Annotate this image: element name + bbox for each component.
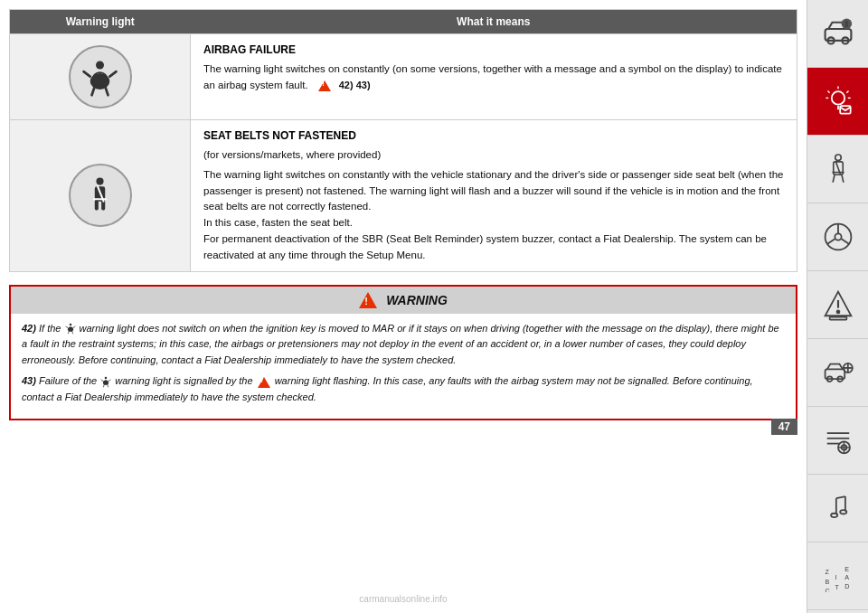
sidebar: i bbox=[807, 0, 868, 613]
svg-point-40 bbox=[835, 155, 841, 161]
sidebar-item-warning-light[interactable] bbox=[807, 68, 868, 136]
settings-icon bbox=[822, 424, 854, 457]
svg-point-20 bbox=[105, 376, 108, 379]
warning-table: Warning light What it means bbox=[9, 9, 797, 272]
note42-airbag-icon bbox=[64, 323, 77, 335]
svg-line-45 bbox=[841, 174, 843, 183]
svg-point-7 bbox=[96, 177, 103, 184]
airbag-icon-cell bbox=[10, 34, 191, 120]
warning-triangle-inline bbox=[318, 80, 331, 91]
seatbelt-nav-icon bbox=[822, 153, 854, 185]
seatbelt-icon-circle bbox=[69, 164, 132, 227]
alphabet-icon: Z E B I A C D T bbox=[822, 560, 854, 592]
airbag-body: The warning light switches on constantly… bbox=[203, 61, 784, 94]
seatbelt-subtitle: (for versions/markets, where provided) bbox=[203, 147, 784, 164]
svg-line-2 bbox=[84, 71, 90, 76]
svg-line-50 bbox=[841, 239, 849, 244]
airbag-icon-circle bbox=[69, 45, 132, 108]
svg-line-18 bbox=[68, 331, 69, 334]
svg-text:Z: Z bbox=[825, 568, 829, 576]
main-content: Warning light What it means bbox=[0, 0, 807, 613]
car-info-icon: i bbox=[822, 17, 854, 50]
sidebar-item-car-tools[interactable] bbox=[807, 339, 868, 407]
sidebar-item-steering[interactable] bbox=[807, 203, 868, 271]
svg-line-17 bbox=[73, 326, 75, 328]
svg-line-23 bbox=[101, 380, 103, 382]
sidebar-item-seatbelt[interactable] bbox=[807, 136, 868, 203]
page-number: 47 bbox=[771, 419, 797, 435]
seatbelt-icon bbox=[80, 175, 120, 216]
svg-text:E: E bbox=[844, 565, 849, 573]
col2-header: What it means bbox=[191, 10, 797, 34]
airbag-title: AIRBAG FAILURE bbox=[203, 42, 784, 58]
svg-point-47 bbox=[835, 233, 841, 240]
warning-note43: 43) Failure of the warning light is sign… bbox=[22, 373, 785, 405]
svg-line-25 bbox=[104, 384, 105, 387]
svg-text:A: A bbox=[844, 573, 849, 581]
svg-point-71 bbox=[831, 514, 837, 517]
svg-text:i: i bbox=[845, 20, 847, 28]
note43-triangle bbox=[258, 377, 270, 388]
seatbelt-body1: The warning light switches on constantly… bbox=[203, 167, 784, 215]
svg-text:T: T bbox=[835, 583, 839, 591]
watermark: carmanualsonline.info bbox=[9, 590, 797, 604]
svg-rect-9 bbox=[95, 200, 99, 210]
svg-line-24 bbox=[108, 380, 110, 382]
warning-content: 42) If the warning light does not switch… bbox=[11, 314, 796, 419]
svg-text:D: D bbox=[844, 582, 849, 590]
navigation-icon bbox=[822, 492, 854, 524]
seatbelt-title: SEAT BELTS NOT FASTENED bbox=[203, 127, 784, 144]
sidebar-item-navigation[interactable] bbox=[807, 475, 868, 542]
seatbelt-body3: For permanent deactivation of the SBR (S… bbox=[203, 231, 784, 264]
svg-line-49 bbox=[826, 239, 835, 244]
svg-line-5 bbox=[92, 88, 95, 95]
note43-airbag-icon bbox=[99, 376, 112, 389]
warning-box: WARNING 42) If the warning light does no… bbox=[9, 285, 797, 420]
svg-text:I: I bbox=[835, 573, 836, 581]
svg-rect-54 bbox=[829, 317, 846, 320]
svg-text:C: C bbox=[825, 587, 829, 592]
seatbelt-text-cell: SEAT BELTS NOT FASTENED (for versions/ma… bbox=[191, 120, 797, 272]
svg-line-44 bbox=[833, 174, 835, 183]
svg-point-32 bbox=[831, 91, 844, 104]
svg-point-53 bbox=[836, 310, 839, 313]
seatbelt-body2: In this case, fasten the seat belt. bbox=[203, 215, 784, 231]
svg-line-6 bbox=[106, 88, 108, 95]
sidebar-item-alphabet[interactable]: Z E B I A C D T bbox=[807, 542, 868, 610]
road-icon bbox=[822, 288, 854, 321]
warning-light-icon bbox=[822, 85, 854, 118]
seatbelt-icon-cell bbox=[10, 120, 191, 272]
svg-line-36 bbox=[827, 90, 829, 92]
warning-note42: 42) If the warning light does not switch… bbox=[22, 321, 785, 369]
svg-text:B: B bbox=[825, 578, 829, 586]
svg-line-35 bbox=[846, 90, 848, 92]
svg-line-16 bbox=[65, 326, 67, 328]
sidebar-item-car-info[interactable]: i bbox=[807, 0, 868, 68]
warning-header: WARNING bbox=[11, 287, 796, 314]
table-row: AIRBAG FAILURE The warning light switche… bbox=[10, 34, 797, 120]
airbag-text-cell: AIRBAG FAILURE The warning light switche… bbox=[191, 34, 797, 120]
svg-line-3 bbox=[109, 71, 116, 76]
svg-point-72 bbox=[840, 510, 846, 514]
svg-point-13 bbox=[69, 324, 71, 326]
car-tools-icon bbox=[822, 356, 854, 389]
table-row: SEAT BELTS NOT FASTENED (for versions/ma… bbox=[10, 120, 797, 272]
svg-point-0 bbox=[96, 61, 104, 69]
sidebar-item-road[interactable] bbox=[807, 271, 868, 339]
col1-header: Warning light bbox=[10, 10, 191, 34]
airbag-icon bbox=[80, 57, 120, 98]
svg-line-69 bbox=[835, 496, 844, 498]
svg-line-26 bbox=[108, 384, 108, 387]
steering-icon bbox=[822, 221, 854, 253]
warning-header-text: WARNING bbox=[386, 293, 448, 307]
warning-triangle-header bbox=[359, 292, 377, 308]
svg-line-19 bbox=[71, 331, 72, 334]
sidebar-item-settings[interactable] bbox=[807, 407, 868, 475]
